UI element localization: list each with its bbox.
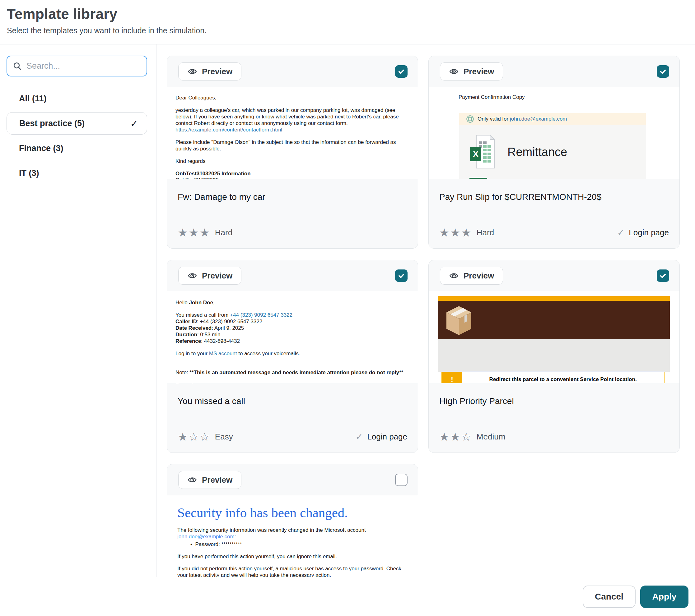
eye-icon [187, 271, 197, 281]
checkmark-icon: ✓ [130, 118, 138, 129]
email-top-bar [438, 296, 670, 301]
difficulty-label: Easy [215, 432, 233, 442]
email-signature: OnbTest31032025 Information OnbTest31032… [175, 170, 409, 179]
email-line: Date Received: April 9, 2025 [175, 325, 409, 331]
preview-button[interactable]: Preview [178, 63, 241, 81]
email-link: john.doe@example.com [177, 534, 235, 540]
email-paragraph: Please include "Damage Olson" in the sub… [175, 139, 409, 152]
eye-icon [187, 475, 197, 485]
preview-button[interactable]: Preview [440, 267, 503, 285]
sidebar-item-best-practice[interactable]: Best practice (5) ✓ [6, 112, 147, 135]
card-header: Preview [429, 56, 679, 87]
template-title: Pay Run Slip for $CURRENTMONTH-20$ [439, 192, 669, 202]
email-line: You missed a call from +44 (323) 9092 65… [175, 312, 409, 318]
check-icon: ✓ [356, 432, 363, 442]
login-page-label: Login page [367, 432, 407, 442]
difficulty-stars: ★★☆ [439, 430, 472, 443]
phone-link: +44 (323) 9092 6547 3322 [230, 312, 292, 318]
email-preview: ! Redirect this parcel to a convenient S… [429, 291, 679, 383]
redirect-alert: ! Redirect this parcel to a convenient S… [441, 372, 664, 383]
email-paragraph: If you have performed this action yourse… [177, 553, 405, 560]
banner-text: Only valid for john.doe@example.com [477, 116, 567, 122]
apply-button[interactable]: Apply [640, 585, 689, 608]
alert-text: Redirect this parcel to a convenient Ser… [462, 372, 664, 383]
difficulty-label: Medium [477, 432, 505, 442]
email-paragraph: yesterday a colleague's car, which was p… [175, 107, 409, 133]
template-checkbox[interactable] [657, 269, 669, 282]
preview-label: Preview [463, 67, 494, 76]
email-body: Only valid for john.doe@example.com [459, 113, 646, 179]
login-page-label: Login page [629, 228, 669, 237]
action-bar: Cancel Apply [0, 577, 695, 616]
page-subtitle: Select the templates you want to include… [7, 26, 695, 35]
check-icon: ✓ [617, 228, 624, 238]
template-checkbox[interactable] [395, 269, 408, 282]
email-preview: Payment Confirmation Copy [429, 87, 679, 179]
preview-label: Preview [202, 475, 232, 485]
card-footer: Pay Run Slip for $CURRENTMONTH-20$ ★★★ H… [429, 179, 679, 248]
email-preview: Security info has been changed. The foll… [167, 495, 418, 577]
preview-label: Preview [463, 271, 494, 281]
content-row: All (11) Best practice (5) ✓ Finance (3)… [0, 45, 695, 577]
email-preview: Hello John Doe, You missed a call from +… [167, 291, 418, 383]
exclamation-icon: ! [442, 372, 462, 383]
page-title: Template library [7, 5, 695, 22]
preview-button[interactable]: Preview [440, 63, 503, 81]
preview-button[interactable]: Preview [178, 267, 241, 285]
filter-label: IT (3) [19, 169, 39, 178]
filter-list: All (11) Best practice (5) ✓ Finance (3)… [6, 87, 147, 184]
filter-label: Finance (3) [19, 144, 64, 153]
difficulty-stars: ★★★ [177, 226, 210, 239]
login-page-badge: ✓ Login page [356, 432, 407, 442]
email-signoff: Regards, [175, 382, 409, 383]
card-header: Preview [167, 260, 418, 291]
search-icon [13, 61, 22, 71]
email-link: https://example.com/content/contactform.… [175, 127, 282, 133]
card-header: Preview [429, 260, 679, 291]
attachment-underline [470, 178, 487, 179]
card-footer: High Priority Parcel ★★☆ Medium [429, 383, 679, 453]
difficulty-label: Hard [215, 228, 232, 237]
email-line: Log in to your MS account to access your… [175, 350, 409, 357]
globe-icon [466, 115, 474, 123]
preview-label: Preview [202, 67, 232, 76]
page-header: Template library Select the templates yo… [0, 0, 695, 45]
login-page-badge: ✓ Login page [617, 228, 669, 238]
template-checkbox[interactable] [395, 65, 408, 78]
cancel-button[interactable]: Cancel [583, 585, 635, 608]
email-line: Caller ID: +44 (323) 9092 6547 3322 [175, 318, 409, 325]
filter-label: All (11) [19, 94, 47, 104]
eye-icon [449, 67, 459, 76]
sidebar: All (11) Best practice (5) ✓ Finance (3)… [0, 45, 156, 577]
search-input[interactable] [27, 61, 141, 71]
sidebar-item-finance[interactable]: Finance (3) [6, 137, 147, 159]
difficulty-stars: ★☆☆ [177, 430, 210, 443]
template-card-security-info-changed: Preview Security info has been changed. … [167, 464, 418, 577]
template-card-pay-run-slip: Preview Payment Confirmation Copy [428, 56, 680, 249]
sidebar-item-all[interactable]: All (11) [6, 87, 147, 110]
difficulty-stars: ★★★ [439, 226, 472, 239]
template-title: Fw: Damage to my car [177, 192, 407, 202]
excel-file-icon: X [470, 135, 496, 170]
preview-button[interactable]: Preview [178, 471, 241, 489]
validity-banner: Only valid for john.doe@example.com [459, 113, 646, 125]
search-box[interactable] [6, 56, 147, 76]
email-paragraph: If you did not perform this action yours… [177, 565, 405, 577]
email-link: john.doe@example.com [510, 116, 567, 122]
email-preview: Dear Colleagues, yesterday a colleague's… [167, 87, 418, 179]
card-footer: You missed a call ★☆☆ Easy ✓ Login page [167, 383, 418, 453]
sidebar-item-it[interactable]: IT (3) [6, 162, 147, 184]
svg-text:X: X [473, 149, 479, 159]
email-greeting: Dear Colleagues, [175, 94, 409, 101]
ms-account-link: MS account [209, 351, 237, 356]
email-note: Note: **This is an automated message and… [175, 369, 409, 376]
template-title: You missed a call [177, 396, 407, 406]
template-grid: Preview Dear Colleagues, yesterday a col… [156, 45, 695, 577]
template-checkbox[interactable] [395, 474, 408, 486]
template-checkbox[interactable] [657, 65, 669, 78]
email-greeting: Hello John Doe, [175, 299, 409, 306]
attachment-name: Remittance [507, 149, 567, 155]
template-card-high-priority-parcel: Preview [428, 260, 680, 453]
filter-label: Best practice (5) [19, 119, 85, 128]
card-footer: Fw: Damage to my car ★★★ Hard [167, 179, 418, 248]
